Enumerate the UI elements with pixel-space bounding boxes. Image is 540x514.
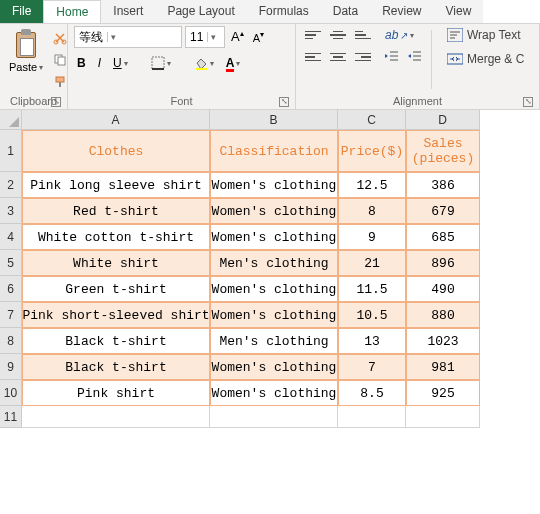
font-size-select[interactable]: 11▾ — [185, 26, 225, 48]
table-header-cell[interactable]: Classification — [210, 130, 338, 172]
table-cell[interactable]: Pink short-sleeved shirt — [22, 302, 210, 328]
bold-icon: B — [77, 56, 86, 70]
align-bottom-button[interactable] — [352, 26, 374, 44]
underline-button[interactable]: U▾ — [110, 54, 131, 72]
table-cell[interactable]: Black t-shirt — [22, 328, 210, 354]
tab-view[interactable]: View — [434, 0, 484, 23]
table-cell[interactable]: Women's clothing — [210, 276, 338, 302]
table-cell[interactable]: 21 — [338, 250, 406, 276]
table-header-cell[interactable]: Clothes — [22, 130, 210, 172]
table-cell[interactable]: 925 — [406, 380, 480, 406]
table-cell[interactable]: 7 — [338, 354, 406, 380]
table-cell[interactable]: 1023 — [406, 328, 480, 354]
table-cell[interactable]: Women's clothing — [210, 354, 338, 380]
table-cell[interactable]: Women's clothing — [210, 224, 338, 250]
tab-home[interactable]: Home — [43, 0, 101, 23]
row-header-2[interactable]: 2 — [0, 172, 22, 198]
table-cell[interactable]: Green t-shirt — [22, 276, 210, 302]
decrease-indent-button[interactable] — [382, 48, 402, 64]
indent-icon — [408, 50, 422, 62]
table-cell[interactable]: Black t-shirt — [22, 354, 210, 380]
table-cell[interactable]: 981 — [406, 354, 480, 380]
tab-file[interactable]: File — [0, 0, 43, 23]
tab-review[interactable]: Review — [370, 0, 433, 23]
bold-button[interactable]: B — [74, 54, 89, 72]
empty-cell[interactable] — [338, 406, 406, 428]
italic-button[interactable]: I — [95, 54, 104, 72]
row-header-6[interactable]: 6 — [0, 276, 22, 302]
row-header-10[interactable]: 10 — [0, 380, 22, 406]
increase-indent-button[interactable] — [405, 48, 425, 64]
increase-font-button[interactable]: A▴ — [228, 27, 247, 46]
column-header-B[interactable]: B — [210, 110, 338, 130]
orientation-button[interactable]: ab↗▾ — [382, 26, 425, 44]
table-cell[interactable]: Women's clothing — [210, 198, 338, 224]
group-label-clipboard: Clipboard — [10, 95, 57, 107]
row-header-4[interactable]: 4 — [0, 224, 22, 250]
table-cell[interactable]: 386 — [406, 172, 480, 198]
alignment-dialog-launcher[interactable]: ⤡ — [523, 97, 533, 107]
table-cell[interactable]: White cotton t-shirt — [22, 224, 210, 250]
table-cell[interactable]: 8 — [338, 198, 406, 224]
column-header-A[interactable]: A — [22, 110, 210, 130]
italic-icon: I — [98, 56, 101, 70]
table-cell[interactable]: 880 — [406, 302, 480, 328]
select-all-corner[interactable] — [0, 110, 22, 130]
row-header-11[interactable]: 11 — [0, 406, 22, 428]
table-cell[interactable]: 12.5 — [338, 172, 406, 198]
align-middle-button[interactable] — [327, 26, 349, 44]
table-header-cell[interactable]: Price($) — [338, 130, 406, 172]
svg-rect-3 — [58, 57, 65, 65]
row-header-5[interactable]: 5 — [0, 250, 22, 276]
scissors-icon — [53, 31, 67, 45]
table-header-cell[interactable]: Sales (pieces) — [406, 130, 480, 172]
row-header-7[interactable]: 7 — [0, 302, 22, 328]
empty-cell[interactable] — [406, 406, 480, 428]
table-cell[interactable]: 679 — [406, 198, 480, 224]
table-cell[interactable]: 11.5 — [338, 276, 406, 302]
table-cell[interactable]: 896 — [406, 250, 480, 276]
fill-color-button[interactable]: ▾ — [191, 54, 217, 72]
table-cell[interactable]: Women's clothing — [210, 172, 338, 198]
wrap-text-button[interactable]: Wrap Text — [444, 26, 527, 44]
table-cell[interactable]: Red t-shirt — [22, 198, 210, 224]
tab-page-layout[interactable]: Page Layout — [155, 0, 246, 23]
table-cell[interactable]: Pink shirt — [22, 380, 210, 406]
table-cell[interactable]: Women's clothing — [210, 380, 338, 406]
table-cell[interactable]: Women's clothing — [210, 302, 338, 328]
table-cell[interactable]: Pink long sleeve shirt — [22, 172, 210, 198]
paste-button[interactable]: Paste▾ — [6, 26, 46, 75]
svg-rect-4 — [56, 77, 64, 82]
table-cell[interactable]: White shirt — [22, 250, 210, 276]
row-header-1[interactable]: 1 — [0, 130, 22, 172]
row-header-8[interactable]: 8 — [0, 328, 22, 354]
font-color-button[interactable]: A▾ — [223, 54, 244, 72]
tab-data[interactable]: Data — [321, 0, 370, 23]
tab-formulas[interactable]: Formulas — [247, 0, 321, 23]
empty-cell[interactable] — [210, 406, 338, 428]
empty-cell[interactable] — [22, 406, 210, 428]
column-header-C[interactable]: C — [338, 110, 406, 130]
table-cell[interactable]: 10.5 — [338, 302, 406, 328]
align-left-button[interactable] — [302, 48, 324, 66]
align-right-button[interactable] — [352, 48, 374, 66]
align-top-button[interactable] — [302, 26, 324, 44]
row-header-9[interactable]: 9 — [0, 354, 22, 380]
table-cell[interactable]: Men's clothing — [210, 250, 338, 276]
clipboard-dialog-launcher[interactable]: ⤡ — [51, 97, 61, 107]
table-cell[interactable]: 8.5 — [338, 380, 406, 406]
row-header-3[interactable]: 3 — [0, 198, 22, 224]
font-name-select[interactable]: 等线▾ — [74, 26, 182, 48]
column-header-D[interactable]: D — [406, 110, 480, 130]
table-cell[interactable]: 490 — [406, 276, 480, 302]
table-cell[interactable]: 9 — [338, 224, 406, 250]
merge-center-button[interactable]: Merge & C — [444, 50, 527, 68]
table-cell[interactable]: 13 — [338, 328, 406, 354]
font-dialog-launcher[interactable]: ⤡ — [279, 97, 289, 107]
border-button[interactable]: ▾ — [148, 54, 174, 72]
tab-insert[interactable]: Insert — [101, 0, 155, 23]
decrease-font-button[interactable]: A▾ — [250, 28, 267, 46]
table-cell[interactable]: Men's clothing — [210, 328, 338, 354]
align-center-button[interactable] — [327, 48, 349, 66]
table-cell[interactable]: 685 — [406, 224, 480, 250]
